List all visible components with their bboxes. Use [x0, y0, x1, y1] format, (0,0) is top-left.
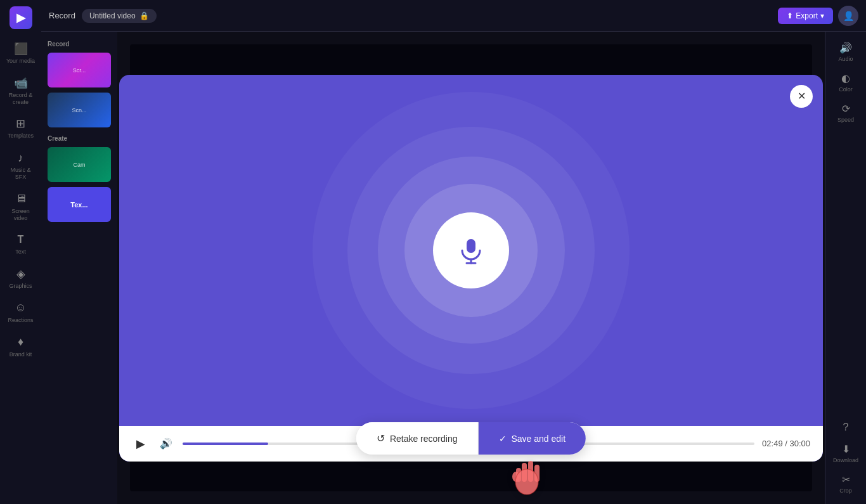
svg-point-3: [515, 469, 538, 494]
retake-icon: ↺: [377, 432, 385, 444]
templates-icon: ⊞: [14, 117, 28, 131]
svg-rect-6: [534, 465, 540, 482]
sidebar-label-brand: Brand kit: [10, 351, 32, 358]
thumbnail-cam[interactable]: Cam: [48, 147, 111, 182]
content-row: Record Scr... Scn... Create Cam: [41, 32, 866, 504]
retake-label: Retake recording: [390, 434, 458, 444]
export-label: Export: [796, 11, 818, 20]
sidebar-item-your-media[interactable]: ⬛ Your media: [3, 38, 39, 68]
tab-untitled-video[interactable]: Untitled video 🔒: [82, 9, 157, 23]
close-button[interactable]: ✕: [790, 85, 813, 108]
svg-point-8: [512, 472, 520, 482]
save-edit-label: Save and edit: [512, 434, 566, 444]
avatar: 👤: [838, 6, 858, 26]
sidebar-item-music[interactable]: ♪ Music & SFX: [3, 147, 39, 184]
record-title: Record: [49, 11, 75, 20]
text-icon: T: [14, 233, 28, 247]
thumbnail-screen-capture[interactable]: Scr...: [48, 53, 111, 87]
export-button[interactable]: ⬆ Export ▾: [778, 8, 833, 24]
sidebar-item-reactions[interactable]: ☺ Reactions: [3, 297, 39, 328]
main-video-area: ✕: [117, 32, 825, 504]
sidebar-item-record[interactable]: 📹 Record & create: [3, 72, 39, 110]
save-check-icon: ✓: [499, 434, 507, 444]
right-panel-color[interactable]: ◐ Color: [828, 68, 863, 96]
right-panel-color-label: Color: [839, 86, 853, 93]
sidebar-label-record: Record & create: [6, 92, 36, 106]
top-bar-right: ⬆ Export ▾ 👤: [778, 6, 858, 26]
right-panel-speed-label: Speed: [837, 117, 854, 123]
graphics-icon: ◈: [14, 267, 28, 281]
svg-rect-7: [516, 468, 521, 482]
thumbnail-scene2[interactable]: Scn...: [48, 93, 111, 127]
help-icon: ?: [843, 422, 849, 433]
app-logo: ▶: [10, 6, 32, 29]
right-panel: 🔊 Audio ◐ Color ⟳ Speed ? ⬇ Download: [825, 32, 866, 504]
time-display: 02:49 / 30:00: [762, 439, 810, 448]
sidebar-item-text[interactable]: T Text: [3, 229, 39, 259]
sidebar-label-text: Text: [15, 249, 26, 255]
right-panel-crop-label: Crop: [839, 488, 852, 494]
svg-rect-4: [522, 463, 527, 482]
sidebar-label-music: Music & SFX: [6, 167, 36, 181]
left-sidebar: ▶ ⬛ Your media 📹 Record & create ⊞ Templ…: [0, 0, 41, 504]
screen-icon: 🖥: [14, 192, 28, 206]
close-icon: ✕: [798, 90, 806, 102]
retake-recording-button[interactable]: ↺ Retake recording: [356, 422, 479, 455]
action-row: ↺ Retake recording ✓ Save and edit: [356, 422, 586, 455]
sidebar-item-screen-video[interactable]: 🖥 Screen video: [3, 188, 39, 226]
left-panel: Record Scr... Scn... Create Cam: [41, 32, 117, 504]
thumb-img-cam: Cam: [48, 147, 111, 182]
play-button[interactable]: ▶: [132, 435, 150, 453]
mic-center: [433, 212, 509, 288]
right-panel-help[interactable]: ?: [828, 418, 863, 437]
color-icon: ◐: [841, 72, 850, 84]
tab-label: Untitled video: [89, 11, 136, 20]
crop-icon: ✂: [842, 474, 850, 486]
music-icon: ♪: [14, 151, 28, 165]
mic-visual-area: [119, 75, 823, 426]
thumb-img-screen: Scr...: [48, 53, 111, 87]
modal-overlay: ✕: [117, 32, 825, 504]
sidebar-label-screen: Screen video: [6, 208, 36, 222]
right-panel-download[interactable]: ⬇ Download: [828, 439, 863, 467]
tab-lock-icon: 🔒: [139, 11, 149, 20]
sidebar-label-your-media: Your media: [6, 58, 35, 65]
audio-icon: 🔊: [839, 42, 852, 54]
reactions-icon: ☺: [14, 301, 28, 315]
record-icon: 📹: [14, 76, 28, 90]
panel-section-label: Record: [48, 41, 111, 48]
download-icon: ⬇: [842, 443, 850, 455]
main-area: Record Untitled video 🔒 ⬆ Export ▾ 👤 Rec…: [41, 0, 866, 504]
right-panel-crop[interactable]: ✂ Crop: [828, 470, 863, 498]
video-icon: ⬛: [14, 42, 28, 56]
top-bar: Record Untitled video 🔒 ⬆ Export ▾ 👤: [41, 0, 866, 32]
svg-rect-0: [467, 239, 475, 253]
volume-icon: 🔊: [160, 437, 172, 449]
export-chevron-icon: ▾: [820, 11, 824, 20]
sidebar-item-templates[interactable]: ⊞ Templates: [3, 113, 39, 143]
thumb-img-scene2: Scn...: [48, 93, 111, 127]
thumb-img-text: Tex...: [48, 187, 111, 222]
right-panel-audio[interactable]: 🔊 Audio: [828, 38, 863, 66]
svg-rect-5: [528, 461, 533, 482]
right-panel-speed[interactable]: ⟳ Speed: [828, 99, 863, 127]
sidebar-item-graphics[interactable]: ◈ Graphics: [3, 263, 39, 294]
ripple-container: [433, 212, 509, 288]
speed-icon: ⟳: [842, 103, 850, 115]
sidebar-label-templates: Templates: [8, 132, 34, 139]
sidebar-label-graphics: Graphics: [9, 283, 32, 290]
volume-button[interactable]: 🔊: [157, 435, 175, 453]
right-panel-audio-label: Audio: [838, 56, 853, 62]
play-icon: ▶: [136, 437, 145, 451]
brand-icon: ♦: [14, 335, 28, 349]
thumbnail-text[interactable]: Tex...: [48, 187, 111, 222]
right-panel-download-label: Download: [833, 457, 858, 463]
progress-fill: [183, 443, 268, 445]
microphone-icon: [456, 235, 486, 266]
export-icon: ⬆: [787, 11, 793, 20]
svg-point-9: [515, 469, 538, 494]
sidebar-label-reactions: Reactions: [8, 317, 33, 324]
sidebar-item-brand-kit[interactable]: ♦ Brand kit: [3, 332, 39, 362]
save-and-edit-button[interactable]: ✓ Save and edit: [479, 422, 586, 455]
recording-modal: ✕: [119, 75, 823, 462]
